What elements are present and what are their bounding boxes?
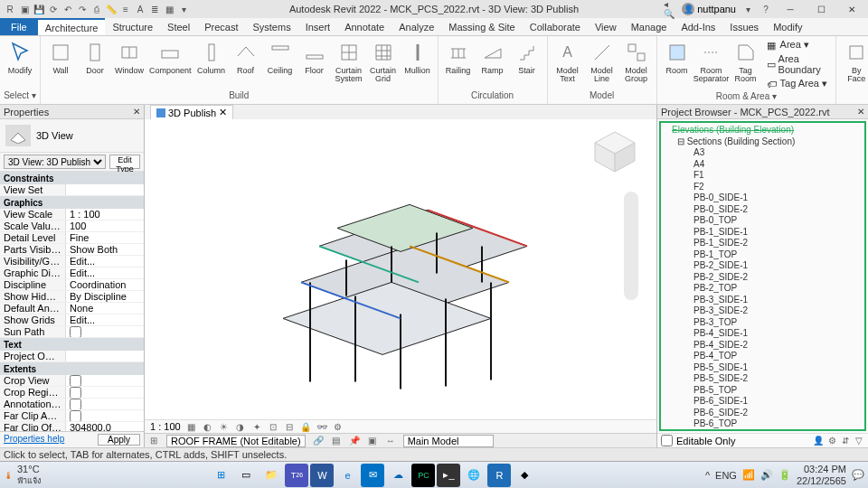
area-boundary-button[interactable]: ▭Area Boundary bbox=[764, 52, 833, 76]
print-icon[interactable]: ⎙ bbox=[90, 3, 103, 15]
file-tab[interactable]: File bbox=[0, 18, 38, 35]
property-group[interactable]: Text bbox=[0, 338, 144, 351]
model-group-button[interactable]: Model Group bbox=[620, 38, 653, 85]
property-row[interactable]: Far Clip Active bbox=[0, 410, 144, 422]
tree-item[interactable]: F1 bbox=[663, 170, 863, 182]
visual-style-icon[interactable]: ◐ bbox=[203, 421, 213, 432]
tree-item[interactable]: PB-2_TOP bbox=[663, 283, 863, 295]
tree-item[interactable]: PB-7_SIDE-1 bbox=[663, 430, 863, 432]
tab-manage[interactable]: Manage bbox=[624, 18, 675, 35]
measure-icon[interactable]: 📏 bbox=[105, 3, 118, 15]
property-value[interactable]: Coordination bbox=[65, 279, 144, 290]
properties-help-link[interactable]: Properties help bbox=[4, 434, 64, 446]
temp-hide-icon[interactable]: 👓 bbox=[316, 421, 327, 432]
tree-item[interactable]: PB-1_TOP bbox=[663, 249, 863, 261]
properties-header[interactable]: Properties ✕ bbox=[0, 105, 144, 119]
terminal-icon[interactable]: ▸_ bbox=[437, 464, 460, 487]
reveal-icon[interactable]: ⚙ bbox=[333, 421, 344, 432]
column-button[interactable]: Column bbox=[195, 38, 228, 77]
word-icon[interactable]: W bbox=[310, 464, 334, 487]
roof-button[interactable]: Roof bbox=[230, 38, 262, 77]
align-icon[interactable]: ≡ bbox=[119, 3, 132, 15]
tree-item[interactable]: A4 bbox=[663, 159, 863, 171]
tab-modify[interactable]: Modify bbox=[766, 18, 809, 35]
tab-annotate[interactable]: Annotate bbox=[337, 18, 392, 35]
tag-room-button[interactable]: Tag Room bbox=[730, 38, 762, 85]
editable-only-checkbox[interactable] bbox=[661, 435, 673, 446]
component-button[interactable]: Component bbox=[147, 38, 193, 77]
tab-addins[interactable]: Add-Ins bbox=[674, 18, 722, 35]
tree-item[interactable]: PB-0_SIDE-2 bbox=[663, 204, 863, 216]
chrome-icon[interactable]: 🌐 bbox=[462, 464, 486, 487]
wifi-icon[interactable]: 📶 bbox=[742, 469, 755, 481]
clock[interactable]: 03:24 PM 22/12/2565 bbox=[797, 464, 846, 485]
restore-button[interactable]: ☐ bbox=[808, 2, 834, 16]
favorites-icon[interactable]: ▾ bbox=[741, 3, 754, 15]
tab-steel[interactable]: Steel bbox=[160, 18, 197, 35]
pb-icon-3[interactable]: ⇵ bbox=[840, 436, 851, 446]
pb-filter-icon[interactable]: ▽ bbox=[854, 436, 864, 446]
sync-icon[interactable]: ⟳ bbox=[47, 3, 60, 15]
active-workset-dropdown[interactable]: ROOF FRAME (Not Editable) bbox=[166, 435, 306, 447]
select-pinned-icon[interactable]: 📌 bbox=[349, 436, 360, 446]
room-button[interactable]: Room bbox=[661, 38, 693, 77]
tree-item[interactable]: PB-3_SIDE-2 bbox=[663, 305, 863, 317]
explorer-icon[interactable]: 📁 bbox=[259, 464, 283, 487]
property-value[interactable] bbox=[65, 399, 144, 409]
crop-visible-icon[interactable]: ⊟ bbox=[284, 421, 295, 432]
shadows-icon[interactable]: ◑ bbox=[235, 421, 246, 432]
project-browser-header[interactable]: Project Browser - MCK_PCS_2022.rvt ✕ bbox=[657, 105, 868, 119]
property-row[interactable]: Far Clip Offset304800.0 bbox=[0, 422, 144, 431]
tab-architecture[interactable]: Architecture bbox=[38, 18, 106, 35]
property-row[interactable]: Parts VisibilityShow Both bbox=[0, 244, 144, 256]
railing-button[interactable]: Railing bbox=[442, 38, 475, 77]
tab-structure[interactable]: Structure bbox=[105, 18, 160, 35]
tree-item[interactable]: PB-6_SIDE-2 bbox=[663, 408, 863, 419]
open-icon[interactable]: ▣ bbox=[18, 3, 31, 15]
property-row[interactable]: Sun Path bbox=[0, 326, 144, 338]
view-tab-close-icon[interactable]: ✕ bbox=[219, 107, 227, 118]
property-value[interactable] bbox=[65, 184, 144, 195]
teams-icon[interactable]: T26 bbox=[285, 464, 308, 487]
property-row[interactable]: Default Analysis D...None bbox=[0, 303, 144, 314]
property-row[interactable]: Show GridsEdit... bbox=[0, 314, 144, 326]
tree-item[interactable]: PB-5_TOP bbox=[663, 385, 863, 397]
language-indicator[interactable]: ENG bbox=[715, 470, 737, 481]
wall-button[interactable]: Wall bbox=[44, 38, 77, 77]
select-face-icon[interactable]: ▣ bbox=[367, 436, 378, 446]
property-row[interactable]: Show Hidden LinesBy Discipline bbox=[0, 291, 144, 303]
tree-item[interactable]: PB-4_SIDE-2 bbox=[663, 340, 863, 352]
scale-display[interactable]: 1 : 100 bbox=[150, 421, 181, 432]
navigation-bar[interactable] bbox=[624, 192, 638, 300]
modify-button[interactable]: Modify bbox=[4, 38, 36, 77]
tree-item[interactable]: PB-6_TOP bbox=[663, 418, 863, 430]
property-value[interactable]: Edit... bbox=[65, 256, 144, 267]
select-links-icon[interactable]: 🔗 bbox=[313, 436, 324, 446]
property-value[interactable]: Edit... bbox=[65, 267, 144, 278]
battery-icon[interactable]: 🔋 bbox=[778, 469, 791, 481]
tree-item[interactable]: PB-1_SIDE-2 bbox=[663, 238, 863, 249]
search-icon[interactable]: ◂🔍 bbox=[664, 3, 676, 15]
viewport-3d[interactable] bbox=[145, 119, 656, 419]
stair-button[interactable]: Stair bbox=[511, 38, 543, 77]
property-value[interactable]: Edit... bbox=[65, 314, 144, 325]
revit-taskbar-icon[interactable]: R bbox=[487, 464, 511, 487]
ramp-button[interactable]: Ramp bbox=[476, 38, 509, 77]
property-group[interactable]: Constraints bbox=[0, 172, 144, 184]
tree-item[interactable]: PB-2_SIDE-2 bbox=[663, 272, 863, 284]
property-value[interactable] bbox=[65, 326, 144, 337]
curtain-grid-button[interactable]: Curtain Grid bbox=[367, 38, 400, 85]
start-button[interactable]: ⊞ bbox=[209, 464, 232, 487]
tag-area-button[interactable]: 🏷Tag Area ▾ bbox=[764, 77, 833, 90]
tree-item[interactable]: PB-6_SIDE-1 bbox=[663, 396, 863, 408]
property-row[interactable]: Visibility/Graphics...Edit... bbox=[0, 256, 144, 267]
tab-issues[interactable]: Issues bbox=[722, 18, 766, 35]
properties-close-icon[interactable]: ✕ bbox=[133, 107, 140, 117]
thin-lines-icon[interactable]: ≣ bbox=[148, 3, 161, 15]
weather-widget[interactable]: 🌡 31°C ฟ้าแจ้ง bbox=[4, 464, 41, 487]
dynamo-icon[interactable]: ◆ bbox=[513, 464, 536, 487]
tab-massing[interactable]: Massing & Site bbox=[441, 18, 522, 35]
property-row[interactable]: Graphic Display O...Edit... bbox=[0, 267, 144, 279]
onedrive-icon[interactable]: ☁ bbox=[386, 464, 410, 487]
detail-level-icon[interactable]: ▦ bbox=[186, 421, 197, 432]
